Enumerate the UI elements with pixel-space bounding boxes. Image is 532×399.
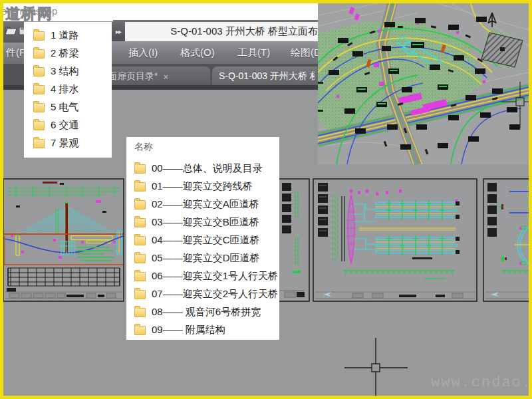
folder-list-item[interactable]: 4 排水 [24, 80, 112, 98]
file-name: 02——迎宾立交A匝道桥 [152, 198, 259, 211]
folder-list-item[interactable]: 6 交通 [24, 116, 112, 134]
file-name: 05——迎宾立交D匝道桥 [152, 252, 260, 265]
folder-icon [134, 326, 146, 335]
document-title: S-Q-01-003 开州大桥 桥型立面布 [170, 25, 318, 38]
folder-icon [33, 85, 45, 94]
bridge-elevation-drawing[interactable] [3, 178, 125, 303]
folder-list-item[interactable]: 7 景观 [24, 134, 112, 152]
file-name: 06——迎宾立交1号人行天桥 [152, 270, 278, 283]
file-list-item[interactable]: 00——总体、说明及目录 [126, 160, 279, 178]
folder-icon [134, 182, 146, 192]
file-name: 08—— 观音河6号桥拼宽 [152, 306, 261, 319]
file-name: 09—— 附属结构 [152, 324, 225, 336]
save-icon[interactable] [19, 27, 24, 35]
menu-format[interactable]: 格式(O) [180, 47, 215, 59]
file-list-item[interactable]: 09—— 附属结构 [126, 321, 279, 339]
menu-insert[interactable]: 插入(I) [128, 47, 158, 59]
girder-plan-drawing[interactable] [313, 178, 478, 303]
folder-list-item[interactable]: 2 桥梁 [24, 45, 112, 63]
folder-icon [33, 49, 45, 59]
file-list-item[interactable]: 08—— 观音河6号桥拼宽 [126, 303, 279, 321]
folder-icon [33, 103, 45, 112]
folder-icon [134, 164, 146, 174]
file-list-panel: 名称 00——总体、说明及目录 01——迎宾立交跨线桥 02——迎宾立交A匝道桥 [126, 137, 279, 340]
site-watermark-top: 道桥网 [5, 4, 53, 24]
interchange-plan-map[interactable] [318, 3, 529, 164]
tab-active-document[interactable]: S-Q-01-003 开州大桥 桥 [212, 66, 321, 86]
folder-icon [134, 200, 146, 209]
toolbar-expand-button[interactable]: ▸▸ [112, 22, 125, 41]
document-titlebar: S-Q-01-003 开州大桥 桥型立面布 [125, 22, 318, 41]
folder-icon [33, 67, 45, 76]
cad-crosshair-cursor [344, 338, 408, 398]
folder-icon [134, 254, 146, 263]
folder-list-item[interactable]: 1 道路 [24, 27, 112, 45]
open-file-icon[interactable] [5, 27, 17, 35]
folder-name: 3 结构 [51, 65, 79, 78]
file-list-item[interactable]: 01——迎宾立交跨线桥 [126, 178, 279, 196]
folder-list-panel: 1 道路 2 桥梁 3 结构 4 排水 5 电气 [24, 22, 112, 158]
folder-name: 7 景观 [51, 137, 79, 150]
file-list-item[interactable]: 05——迎宾立交D匝道桥 [126, 249, 279, 267]
file-list: 00——总体、说明及目录 01——迎宾立交跨线桥 02——迎宾立交A匝道桥 03… [126, 160, 279, 339]
screenshot-root: e Photoshop 道桥网 ▸▸ S-Q-01-003 开州大桥 桥型立面布… [0, 0, 532, 399]
file-name: 04——迎宾立交C匝道桥 [152, 234, 260, 247]
folder-icon [33, 139, 45, 148]
column-header-name[interactable]: 名称 [126, 140, 279, 154]
folder-list-item[interactable]: 3 结构 [24, 63, 112, 80]
folder-icon [134, 290, 146, 299]
folder-icon [33, 121, 45, 130]
file-name: 03——迎宾立交B匝道桥 [152, 216, 259, 229]
menu-tools[interactable]: 工具(T) [237, 47, 270, 59]
file-name: 01——迎宾立交跨线桥 [152, 180, 253, 193]
folder-name: 5 电气 [51, 101, 79, 114]
folder-name: 4 排水 [51, 83, 79, 96]
file-list-item[interactable]: 04——迎宾立交C匝道桥 [126, 231, 279, 249]
quick-toolbar [3, 21, 24, 43]
double-arrow-icon: ▸▸ [116, 28, 121, 35]
folder-icon [134, 218, 146, 227]
folder-icon [134, 236, 146, 245]
file-list-item[interactable]: 06——迎宾立交1号人行天桥 [126, 267, 279, 285]
titleblock-left [487, 183, 497, 237]
folder-list-item[interactable]: 5 电气 [24, 98, 112, 116]
site-watermark-bottom: www.cndao.com [431, 374, 532, 391]
file-name: 07——迎宾立交2号人行天桥 [152, 288, 278, 301]
folder-name: 1 道路 [51, 29, 79, 42]
folder-name: 2 桥梁 [51, 47, 79, 60]
close-tab-icon[interactable]: × [163, 72, 168, 82]
folder-icon [134, 272, 146, 281]
file-name: 00——总体、说明及目录 [152, 162, 263, 175]
folder-icon [33, 31, 45, 41]
titleblock-left [318, 183, 328, 237]
folder-name: 6 交通 [51, 119, 79, 132]
file-list-item[interactable]: 02——迎宾立交A匝道桥 [126, 196, 279, 213]
file-list-item[interactable]: 03——迎宾立交B匝道桥 [126, 213, 279, 231]
menu-draw-partial[interactable]: 绘图(D [291, 47, 321, 59]
file-list-item[interactable]: 07——迎宾立交2号人行天桥 [126, 285, 279, 303]
drawing-sheet-right[interactable] [483, 178, 529, 303]
folder-icon [134, 308, 146, 317]
